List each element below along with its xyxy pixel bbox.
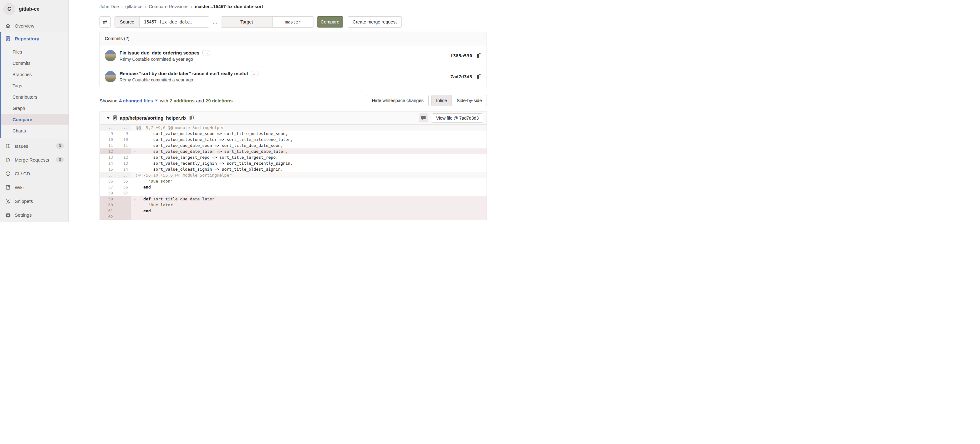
diff-line-content: - <box>131 214 487 220</box>
sidebar-item-label: CI / CD <box>15 171 30 176</box>
diff-line-row: 1111 sort_value_due_date_soon => sort_ti… <box>100 142 487 149</box>
diff-summary-row: Showing 4 changed files with 2 additions… <box>100 95 487 106</box>
copy-file-path-button[interactable] <box>189 115 194 121</box>
new-line-number[interactable]: 12 <box>116 154 131 160</box>
old-line-number[interactable]: 9 <box>100 131 116 137</box>
old-line-number[interactable]: 61 <box>100 208 116 214</box>
sidebar-item-charts[interactable]: Charts <box>1 125 68 137</box>
gear-icon <box>5 212 11 217</box>
new-line-number[interactable]: 56 <box>116 184 131 190</box>
copy-icon <box>476 74 482 80</box>
old-line-number[interactable]: 57 <box>100 184 116 190</box>
breadcrumb-user[interactable]: John Doe <box>100 4 119 9</box>
diff-file-path[interactable]: app/helpers/sorting_helper.rb <box>120 115 186 121</box>
new-line-number[interactable] <box>116 202 131 208</box>
old-line-number[interactable]: 56 <box>100 178 116 184</box>
new-line-number[interactable]: 57 <box>116 190 131 196</box>
commits-panel: Commits (2) Fix issue due_date ordering … <box>100 32 487 87</box>
old-line-number[interactable]: 58 <box>100 190 116 196</box>
old-line-number[interactable]: 60 <box>100 202 116 208</box>
hide-whitespace-button[interactable]: Hide whitespace changes <box>367 95 428 106</box>
old-line-number[interactable]: 13 <box>100 154 116 160</box>
new-line-number[interactable] <box>116 208 131 214</box>
breadcrumb-compare-revisions[interactable]: Compare Revisions <box>149 4 189 9</box>
sidebar-item-ci-cd[interactable]: CI / CD <box>0 168 68 179</box>
new-line-number[interactable]: 11 <box>116 142 131 149</box>
diff-line-content: @@ -56,10 +55,6 @@ module SortingHelper <box>131 172 487 178</box>
collapse-file-icon[interactable] <box>107 117 110 119</box>
new-line-number[interactable]: 55 <box>116 178 131 184</box>
copy-icon <box>189 115 194 121</box>
old-line-number[interactable]: 14 <box>100 160 116 166</box>
diff-line-row: ...... @@ -56,10 +55,6 @@ module Sorting… <box>100 172 487 178</box>
new-line-number[interactable]: 13 <box>116 160 131 166</box>
sidebar-item-branches[interactable]: Branches <box>1 69 68 80</box>
new-line-number[interactable]: 14 <box>116 166 131 172</box>
target-branch-dropdown[interactable]: master <box>272 17 313 27</box>
new-line-number[interactable]: 10 <box>116 137 131 142</box>
create-merge-request-button[interactable]: Create merge request <box>348 16 402 27</box>
old-line-number[interactable]: 62 <box>100 214 116 220</box>
file-icon <box>113 115 117 121</box>
sidebar-item-contributors[interactable]: Contributors <box>1 91 68 103</box>
old-line-number[interactable]: 59 <box>100 196 116 202</box>
project-avatar: G <box>3 3 15 15</box>
sidebar-item-tags[interactable]: Tags <box>1 80 68 91</box>
commit-title[interactable]: Fix issue due_date ordering scopes <box>119 50 199 56</box>
sidebar-item-label: Repository <box>15 36 39 42</box>
copy-sha-button[interactable] <box>476 53 482 59</box>
breadcrumb-project[interactable]: gitlab-ce <box>125 4 142 9</box>
view-file-button[interactable]: View file @ 7ad7d3d3 <box>432 113 483 123</box>
commit-author-avatar <box>105 50 116 61</box>
sidebar-item-label: Snippets <box>15 198 33 204</box>
sidebar-item-snippets[interactable]: Snippets <box>0 195 68 207</box>
commit-author-avatar <box>105 71 116 82</box>
sidebar-item-label: Settings <box>15 212 32 217</box>
diff-line-content: sort_value_due_date_soon => sort_title_d… <box>131 142 487 149</box>
summary-showing-text: Showing <box>100 98 118 103</box>
breadcrumb-separator: › <box>145 5 146 9</box>
old-line-number[interactable]: 11 <box>100 142 116 149</box>
new-line-number[interactable] <box>116 196 131 202</box>
old-line-number: ... <box>100 125 116 131</box>
old-line-number[interactable]: 10 <box>100 137 116 142</box>
breadcrumb-separator: › <box>191 5 192 9</box>
swap-revisions-button[interactable] <box>100 16 111 27</box>
sidebar-item-issues[interactable]: Issues 0 <box>0 140 68 152</box>
commits-panel-title: Commits (2) <box>100 32 487 45</box>
project-header[interactable]: G gitlab-ce <box>0 0 68 18</box>
issues-count-badge: 0 <box>56 143 64 149</box>
commit-description-expander[interactable]: ... <box>251 71 258 76</box>
commit-sha[interactable]: 7ad7d3d3 <box>450 74 472 79</box>
commit-description-expander[interactable]: ... <box>202 50 210 56</box>
copy-sha-button[interactable] <box>476 74 482 80</box>
summary-and-text: and <box>196 98 204 103</box>
sidebar-item-files[interactable]: Files <box>1 46 68 57</box>
new-line-number[interactable] <box>116 149 131 154</box>
toggle-comments-button[interactable] <box>419 113 428 123</box>
sidebar-item-graph[interactable]: Graph <box>1 103 68 114</box>
sidebar-item-compare[interactable]: Compare <box>1 114 68 125</box>
sidebar-item-merge-requests[interactable]: Merge Requests 0 <box>0 154 68 165</box>
old-line-number[interactable]: 12 <box>100 149 116 154</box>
diff-line-content: 'Due soon' <box>131 178 487 184</box>
source-branch-dropdown[interactable]: 15457-fix-due-date… <box>140 17 209 27</box>
sidebar-section-repository: Repository Files Commits Branches Tags C… <box>0 32 68 138</box>
source-label: Source <box>115 17 140 27</box>
sidebar-item-wiki[interactable]: Wiki <box>0 182 68 193</box>
changed-files-dropdown[interactable]: 4 changed files <box>119 98 153 103</box>
commit-sha[interactable]: f385a530 <box>450 53 472 58</box>
diff-line-content <box>131 190 487 196</box>
old-line-number[interactable]: 15 <box>100 166 116 172</box>
sidebar-item-commits[interactable]: Commits <box>1 57 68 69</box>
inline-view-button[interactable]: Inline <box>431 95 452 106</box>
diff-file-header: app/helpers/sorting_helper.rb View file … <box>100 112 487 125</box>
side-by-side-view-button[interactable]: Side-by-side <box>452 95 487 106</box>
new-line-number[interactable]: 9 <box>116 131 131 137</box>
sidebar-item-repository[interactable]: Repository <box>1 32 68 45</box>
commit-title[interactable]: Remove "sort by due date later" since it… <box>119 71 248 76</box>
sidebar-item-overview[interactable]: Overview <box>0 20 68 31</box>
compare-button[interactable]: Compare <box>317 16 343 27</box>
sidebar-item-settings[interactable]: Settings <box>0 209 68 220</box>
new-line-number[interactable] <box>116 214 131 220</box>
